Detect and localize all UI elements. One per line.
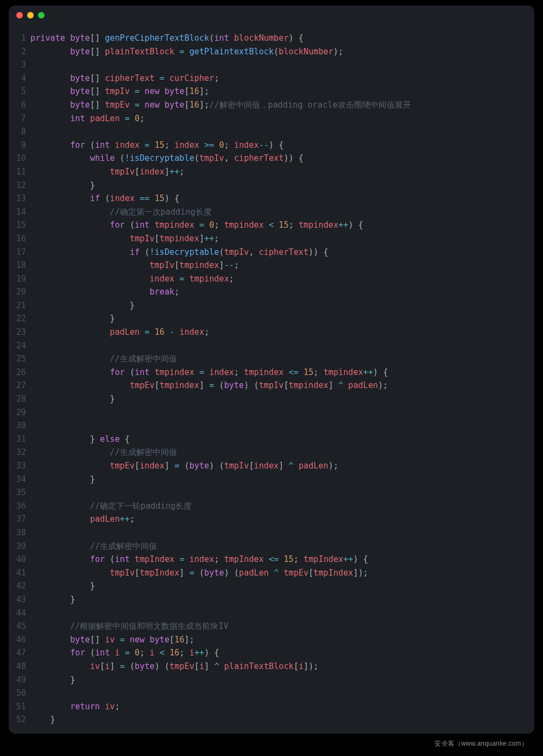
close-icon[interactable] (16, 12, 23, 18)
line-content: tmpIv[index]++; (30, 165, 534, 179)
code-line: 47 for (int i = 0; i < 16; i++) { (9, 646, 534, 660)
line-number: 8 (9, 125, 30, 139)
line-content: } (30, 593, 534, 607)
code-line: 51 return iv; (9, 700, 534, 714)
line-number: 47 (9, 646, 30, 660)
line-number: 9 (9, 139, 30, 152)
code-line: 43 } (9, 593, 534, 607)
line-number: 32 (9, 446, 30, 459)
line-content: } (30, 299, 534, 313)
line-number: 21 (9, 299, 30, 313)
code-line: 33 tmpEv[index] = (byte) (tmpIv[index] ^… (9, 459, 534, 473)
line-number: 50 (9, 686, 30, 700)
line-number: 23 (9, 326, 30, 339)
line-content: tmpEv[index] = (byte) (tmpIv[index] ^ pa… (30, 459, 534, 473)
code-line: 7 int padLen = 0; (9, 112, 534, 126)
code-line: 10 while (!isDecryptable(tmpIv, cipherTe… (9, 152, 534, 165)
code-line: 27 tmpEv[tmpindex] = (byte) (tmpIv[tmpin… (9, 379, 534, 392)
code-line: 49 } (9, 673, 534, 687)
line-number: 24 (9, 339, 30, 353)
line-number: 42 (9, 579, 30, 593)
code-line: 45 //根据解密中间值和明文数据生成当前块IV (9, 620, 534, 633)
code-line: 35 (9, 486, 534, 499)
line-content: tmpEv[tmpindex] = (byte) (tmpIv[tmpindex… (30, 379, 534, 392)
line-content (30, 607, 534, 620)
line-number: 41 (9, 566, 30, 580)
line-number: 29 (9, 406, 30, 420)
line-number: 45 (9, 620, 30, 633)
line-number: 48 (9, 660, 30, 673)
code-block: 1private byte[] genPreCipherTextBlock(in… (9, 32, 534, 727)
line-content: tmpIv[tmpindex]--; (30, 259, 534, 272)
code-line: 11 tmpIv[index]++; (9, 165, 534, 179)
line-content: //生成解密中间值 (30, 540, 534, 553)
line-number: 49 (9, 673, 30, 687)
window-titlebar (9, 5, 534, 25)
line-content (30, 339, 534, 353)
line-content: private byte[] genPreCipherTextBlock(int… (30, 32, 534, 45)
line-number: 20 (9, 285, 30, 299)
line-number: 12 (9, 179, 30, 192)
line-number: 44 (9, 607, 30, 620)
code-line: 32 //生成解密中间值 (9, 446, 534, 459)
code-line: 8 (9, 125, 534, 139)
line-content: break; (30, 285, 534, 299)
minimize-icon[interactable] (27, 12, 34, 18)
code-line: 18 tmpIv[tmpindex]--; (9, 259, 534, 272)
line-content: int padLen = 0; (30, 112, 534, 126)
line-content (30, 58, 534, 72)
line-content: byte[] iv = new byte[16]; (30, 633, 534, 647)
line-content: //生成解密中间值 (30, 446, 534, 459)
code-line: 38 (9, 526, 534, 540)
line-content: } (30, 392, 534, 406)
code-line: 41 tmpIv[tmpIndex] = (byte) (padLen ^ tm… (9, 566, 534, 580)
zoom-icon[interactable] (38, 12, 45, 18)
line-number: 6 (9, 98, 30, 112)
code-viewport[interactable]: 1private byte[] genPreCipherTextBlock(in… (9, 32, 534, 734)
line-content: byte[] plainTextBlock = getPlaintextBloc… (30, 45, 534, 59)
line-content: for (int tmpindex = 0; tmpindex < 15; tm… (30, 218, 534, 232)
line-number: 7 (9, 112, 30, 126)
line-number: 27 (9, 379, 30, 392)
line-content (30, 526, 534, 540)
code-line: 22 } (9, 312, 534, 326)
line-number: 16 (9, 232, 30, 246)
line-number: 43 (9, 593, 30, 607)
line-number: 3 (9, 58, 30, 72)
code-line: 52 } (9, 713, 534, 727)
line-content: tmpIv[tmpindex]++; (30, 232, 534, 246)
code-line: 5 byte[] tmpIv = new byte[16]; (9, 85, 534, 98)
line-number: 35 (9, 486, 30, 499)
line-number: 30 (9, 419, 30, 433)
code-line: 1private byte[] genPreCipherTextBlock(in… (9, 32, 534, 45)
line-content: tmpIv[tmpIndex] = (byte) (padLen ^ tmpEv… (30, 566, 534, 580)
line-content: for (int i = 0; i < 16; i++) { (30, 646, 534, 660)
code-line: 15 for (int tmpindex = 0; tmpindex < 15;… (9, 218, 534, 232)
line-content (30, 125, 534, 139)
code-line: 40 for (int tmpIndex = index; tmpIndex <… (9, 553, 534, 566)
line-number: 17 (9, 246, 30, 259)
code-line: 42 } (9, 579, 534, 593)
code-line: 44 (9, 607, 534, 620)
line-number: 4 (9, 72, 30, 85)
code-line: 14 //确定第一次padding长度 (9, 205, 534, 219)
code-line: 20 break; (9, 285, 534, 299)
code-line: 28 } (9, 392, 534, 406)
line-number: 34 (9, 473, 30, 486)
code-line: 39 //生成解密中间值 (9, 540, 534, 553)
line-content: } (30, 673, 534, 687)
line-number: 28 (9, 392, 30, 406)
line-content (30, 406, 534, 420)
line-content: } (30, 312, 534, 326)
line-content: //确定下一轮padding长度 (30, 499, 534, 513)
line-number: 13 (9, 192, 30, 205)
line-content: for (int tmpindex = index; tmpindex <= 1… (30, 366, 534, 379)
line-number: 40 (9, 553, 30, 566)
code-line: 12 } (9, 179, 534, 192)
line-number: 14 (9, 205, 30, 219)
code-line: 48 iv[i] = (byte) (tmpEv[i] ^ plainTextB… (9, 660, 534, 673)
line-content (30, 486, 534, 499)
line-content: //根据解密中间值和明文数据生成当前块IV (30, 620, 534, 633)
line-number: 38 (9, 526, 30, 540)
line-content: return iv; (30, 700, 534, 714)
